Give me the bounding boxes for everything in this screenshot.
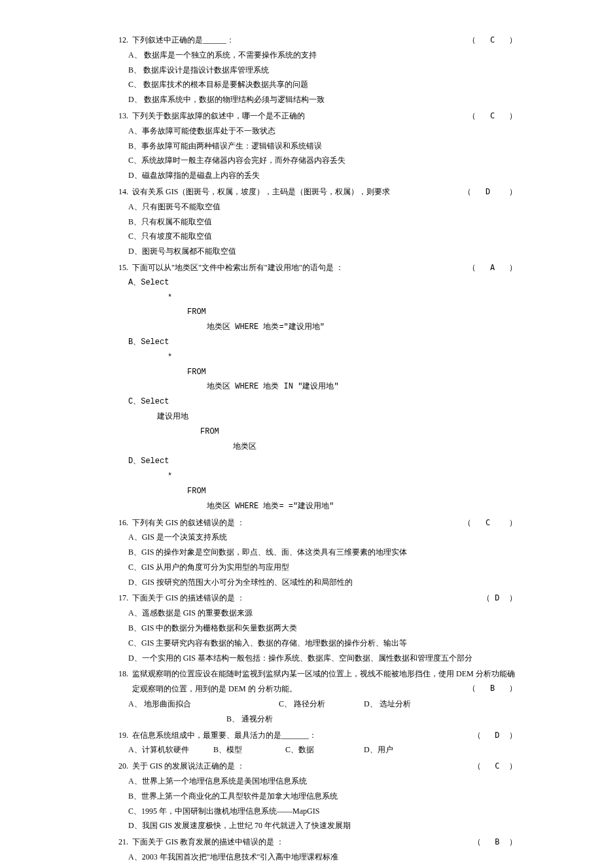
option-a: A、Select: [128, 275, 517, 290]
question-number: 17.: [111, 591, 132, 606]
answer-mark: （ D ）: [482, 591, 517, 606]
option-c: C、 数据库技术的根本目标是要解决数据共享的问题: [128, 77, 517, 92]
sql-line: 地类区 WHERE 地类="建设用地": [128, 320, 517, 335]
option-b: B、只有权属不能取空值: [128, 215, 517, 230]
question-19: 19. 在信息系统组成中，最重要、最具活力的是_______： （ D ） A、…: [111, 728, 517, 758]
option-c: C、系统故障时一般主存储器内容会完好，而外存储器内容丢失: [128, 153, 517, 168]
question-stem: 下面关于 GIS 的描述错误的是 ：: [132, 591, 517, 606]
option-d: D、 选址分析: [364, 697, 411, 712]
question-stem: 下列关于数据库故障的叙述中，哪一个是不正确的: [132, 109, 517, 124]
option-c: C、GIS 从用户的角度可分为实用型的与应用型: [128, 560, 517, 575]
option-d: D、一个实用的 GIS 基本结构一般包括：操作系统、数据库、空间数据、属性数据和…: [128, 651, 517, 666]
options-list: A、2003 年我国首次把"地理信息技术"引入高中地理课程标准 B、我国在上世纪…: [111, 850, 517, 868]
answer-mark: （ C ）: [468, 33, 517, 48]
option-b: B、GIS 的操作对象是空间数据，即点、线、面、体这类具有三维要素的地理实体: [128, 545, 517, 560]
question-14: 14. 设有关系 GIS（图斑号，权属，坡度），主码是（图斑号，权属），则要求 …: [111, 184, 517, 259]
options-list: A、世界上第一个地理信息系统是美国地理信息系统 B、世界上第一个商业化的工具型软…: [111, 774, 517, 833]
sql-line: *: [128, 290, 517, 305]
question-13: 13. 下列关于数据库故障的叙述中，哪一个是不正确的 （ C ） A、事务故障可…: [111, 109, 517, 183]
question-number: 16.: [111, 515, 132, 530]
question-number: 21.: [111, 835, 132, 850]
answer-mark: （ B ）: [468, 681, 517, 696]
question-stem: 下列有关 GIS 的叙述错误的是 ：: [132, 515, 517, 530]
question-12: 12. 下列叙述中正确的是______： （ C ） A、 数据库是一个独立的系…: [111, 33, 517, 107]
answer-mark: （ B ）: [473, 835, 517, 850]
sql-line: FROM: [128, 425, 517, 440]
sql-line: FROM: [128, 484, 517, 499]
option-a: A、计算机软硬件: [128, 742, 213, 757]
question-number: 12.: [111, 33, 132, 48]
option-d: D、 数据库系统中，数据的物理结构必须与逻辑结构一致: [128, 92, 517, 107]
question-18: 18. 监狱观察哨的位置应设在能随时监视到监狱内某一区域的位置上，视线不能被地形…: [111, 667, 517, 726]
sql-line: *: [128, 350, 517, 365]
sql-line: 地类区 WHERE 地类= ="建设用地": [128, 499, 517, 514]
option-c: C、 路径分析: [279, 697, 364, 712]
options-list: A、 数据库是一个独立的系统，不需要操作系统的支持 B、 数据库设计是指设计数据…: [111, 48, 517, 107]
option-a: A、GIS 是一个决策支持系统: [128, 530, 517, 545]
option-b: B、世界上第一个商业化的工具型软件是加拿大地理信息系统: [128, 789, 517, 804]
option-a: A、世界上第一个地理信息系统是美国地理信息系统: [128, 774, 517, 789]
option-c: C、只有坡度不能取空值: [128, 229, 517, 244]
option-b: B、我国在上世纪 80 年代后期，进入 GIS 的产业化发展: [128, 865, 517, 868]
sql-line: FROM: [128, 365, 517, 380]
sql-line: FROM: [128, 305, 517, 320]
options-list: A、只有图斑号不能取空值 B、只有权属不能取空值 C、只有坡度不能取空值 D、图…: [111, 200, 517, 259]
option-b: B、 通视分析: [226, 712, 273, 727]
question-stem: 关于 GIS 的发展说法正确的是 ：: [132, 759, 517, 774]
options-list: A、GIS 是一个决策支持系统 B、GIS 的操作对象是空间数据，即点、线、面、…: [111, 530, 517, 589]
option-a: A、只有图斑号不能取空值: [128, 200, 517, 215]
option-d: D、Select: [128, 454, 517, 469]
question-21: 21. 下面关于 GIS 教育发展的描述中错误的是 ： （ B ） A、2003…: [111, 835, 517, 868]
options-list: A、事务故障可能使数据库处于不一致状态 B、事务故障可能由两种错误产生：逻辑错误…: [111, 124, 517, 183]
answer-mark: （ A ）: [468, 260, 517, 275]
option-a: A、 地形曲面拟合: [128, 697, 279, 712]
option-c: C、数据: [285, 742, 364, 757]
option-b: B、Select: [128, 335, 517, 350]
question-number: 18.: [111, 667, 132, 682]
question-number: 19.: [111, 728, 132, 743]
option-d: D、磁盘故障指的是磁盘上内容的丢失: [128, 168, 517, 183]
question-20: 20. 关于 GIS 的发展说法正确的是 ： （ C ） A、世界上第一个地理信…: [111, 759, 517, 833]
option-a: A、事务故障可能使数据库处于不一致状态: [128, 124, 517, 139]
sql-line: 建设用地: [128, 409, 517, 425]
option-a: A、 数据库是一个独立的系统，不需要操作系统的支持: [128, 48, 517, 63]
question-stem: 在信息系统组成中，最重要、最具活力的是_______：: [132, 728, 517, 743]
option-c: C、GIS 主要研究内容有数据的输入、数据的存储、地理数据的操作分析、输出等: [128, 636, 517, 651]
options-list: A、 地形曲面拟合 C、 路径分析 D、 选址分析 B、 通视分析: [111, 697, 517, 727]
option-c: C、1995 年，中国研制出微机地理信息系统——MapGIS: [128, 804, 517, 819]
answer-mark: （ C ）: [473, 759, 517, 774]
option-d: D、GIS 按研究的范围大小可分为全球性的、区域性的和局部性的: [128, 575, 517, 590]
option-b: B、事务故障可能由两种错误产生：逻辑错误和系统错误: [128, 139, 517, 154]
question-stem: 监狱观察哨的位置应设在能随时监视到监狱内某一区域的位置上，视线不能被地形挡住，使…: [132, 667, 517, 697]
question-stem: 下列叙述中正确的是______：: [132, 33, 517, 48]
question-stem: 下面关于 GIS 教育发展的描述中错误的是 ：: [132, 835, 517, 850]
sql-line: 地类区: [128, 440, 517, 455]
answer-mark: （ C ）: [468, 109, 517, 124]
option-d: D、用户: [364, 742, 393, 757]
question-16: 16. 下列有关 GIS 的叙述错误的是 ： （ C ） A、GIS 是一个决策…: [111, 515, 517, 590]
answer-mark: （ D ）: [473, 728, 517, 743]
question-number: 15.: [111, 260, 132, 275]
option-c: C、Select: [128, 394, 517, 409]
option-d: D、图斑号与权属都不能取空值: [128, 244, 517, 259]
option-a: A、遥感数据是 GIS 的重要数据来源: [128, 606, 517, 621]
question-number: 14.: [111, 184, 132, 200]
option-b: B、GIS 中的数据分为栅格数据和矢量数据两大类: [128, 621, 517, 636]
question-15: 15. 下面可以从"地类区"文件中检索出所有"建设用地"的语句是 ： （ A ）…: [111, 260, 517, 514]
options-list: A、Select * FROM 地类区 WHERE 地类="建设用地" B、Se…: [111, 275, 517, 514]
answer-mark: （ D ）: [463, 184, 517, 200]
question-17: 17. 下面关于 GIS 的描述错误的是 ： （ D ） A、遥感数据是 GIS…: [111, 591, 517, 665]
options-list: A、遥感数据是 GIS 的重要数据来源 B、GIS 中的数据分为栅格数据和矢量数…: [111, 606, 517, 665]
question-stem: 设有关系 GIS（图斑号，权属，坡度），主码是（图斑号，权属），则要求: [132, 184, 517, 200]
sql-line: *: [128, 469, 517, 484]
question-number: 20.: [111, 759, 132, 774]
option-b: B、 数据库设计是指设计数据库管理系统: [128, 63, 517, 78]
option-b: B、模型: [213, 742, 285, 757]
question-stem: 下面可以从"地类区"文件中检索出所有"建设用地"的语句是 ：: [132, 260, 517, 275]
option-a: A、2003 年我国首次把"地理信息技术"引入高中地理课程标准: [128, 850, 517, 865]
sql-line: 地类区 WHERE 地类 IN "建设用地": [128, 379, 517, 394]
answer-mark: （ C ）: [463, 515, 517, 530]
question-number: 13.: [111, 109, 132, 124]
options-list: A、计算机软硬件 B、模型 C、数据 D、用户: [111, 742, 517, 757]
option-d: D、我国 GIS 发展速度极快，上世纪 70 年代就进入了快速发展期: [128, 818, 517, 833]
